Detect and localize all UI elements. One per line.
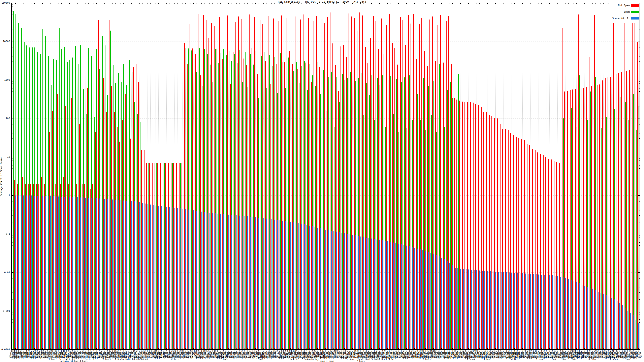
legend-item-not-spam: Not Spam <box>618 4 639 7</box>
legend-label-score: Score (0..1) <box>612 17 630 20</box>
rbl-statistics-chart: RBL Statistics - Thu Oct 1 12:58:02 EDT … <box>0 0 644 362</box>
x-label-readable: 1 hop <box>256 359 263 360</box>
x-label-readable: hop <box>626 359 630 360</box>
x-label-readable: origin <box>86 359 94 360</box>
x-label-readable: hop <box>136 359 140 360</box>
x-label-readable: origin <box>122 359 130 360</box>
legend-swatch-spam <box>631 11 639 13</box>
x-label-readable: 2 hops <box>103 359 111 360</box>
x-label-readable: 1 hop <box>48 359 55 360</box>
y-tick-label: 0.001 <box>0 310 10 312</box>
x-label-fragment: gini <box>636 357 641 359</box>
legend-label-not-spam: Not Spam <box>618 4 630 7</box>
x-label-readable: 4 hops <box>72 360 80 362</box>
x-label-readable: origin <box>60 360 68 362</box>
y-tick-label: 10000 <box>0 40 10 43</box>
legend-item-score: Score (0..1) <box>612 17 639 20</box>
x-label-readable: origin <box>171 359 179 360</box>
x-label-readable: 1 hop <box>484 359 490 360</box>
y-tick-label: 100000 <box>0 1 10 4</box>
y-tick-label: 100 <box>0 117 10 120</box>
y-tick-label: 10 <box>0 155 10 158</box>
y-tick-label: 1000 <box>0 78 10 81</box>
x-label-readable: 1 hop <box>115 359 121 360</box>
legend-label-spam: Spam <box>624 10 630 13</box>
x-label-readable: 2 bol <box>293 359 300 360</box>
x-label-readable: 1 hop <box>130 359 136 360</box>
x-label-readable: hop <box>562 359 566 360</box>
legend-swatch-score <box>631 17 639 19</box>
y-tick-label: 0.01 <box>0 271 10 274</box>
x-label-readable: hop <box>552 359 556 360</box>
x-label-readable: 3 hops <box>371 359 379 360</box>
chart-title: RBL Statistics - Thu Oct 1 12:58:02 EDT … <box>0 0 644 3</box>
x-label-readable: 2 hops <box>220 359 228 360</box>
x-label-readable: 2 hops <box>467 359 475 360</box>
x-label-readable: 3 hops <box>326 360 334 362</box>
x-label-readable: 1 hop <box>536 359 542 360</box>
x-label-readable: 1 bo <box>389 359 394 360</box>
y-tick-label: 1 <box>0 194 10 197</box>
x-label-readable: 2 hops <box>379 359 387 360</box>
y-axis-label: Message Count or Spam Score <box>0 130 2 223</box>
y-tick-label: 0.0001 <box>0 348 10 351</box>
legend-swatch-not-spam <box>631 4 639 7</box>
x-axis-labels: 110serdsbsbeteledorigi04drbbledirggintl3… <box>0 0 644 362</box>
x-label-readable: hop <box>572 359 576 360</box>
x-label-readable: 3 hops <box>346 359 354 360</box>
x-label-readable: 2 hops <box>422 359 431 360</box>
x-label-readable: 4 hops <box>317 360 325 362</box>
legend-item-spam: Spam <box>624 10 639 13</box>
x-label-readable: 2 hops <box>362 359 370 360</box>
x-label-readable: origin <box>588 359 596 360</box>
y-tick-label: 0.1 <box>0 233 10 235</box>
x-label-readable: origin <box>511 359 519 360</box>
x-label-readable: 1 hop <box>141 359 148 360</box>
legend: Not Spam Spam Score (0..1) <box>611 3 640 23</box>
x-label-readable: 2 hops <box>610 359 618 360</box>
